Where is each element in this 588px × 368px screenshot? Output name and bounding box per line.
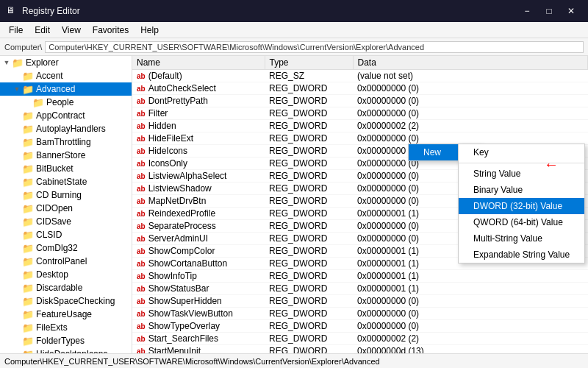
folder-icon: 📁 bbox=[22, 163, 34, 174]
reg-name: ab ListviewAlphaSelect bbox=[132, 170, 265, 183]
col-data[interactable]: Data bbox=[353, 56, 588, 70]
sub-binary-value[interactable]: Binary Value bbox=[459, 182, 584, 198]
sub-dword-value[interactable]: DWORD (32-bit) Value bbox=[459, 198, 584, 214]
table-row[interactable]: ab ShowInfoTip REG_DWORD 0x00000001 (1) bbox=[132, 270, 588, 283]
table-row[interactable]: ab AutoCheckSelect REG_DWORD 0x00000000 … bbox=[132, 82, 588, 95]
col-type[interactable]: Type bbox=[265, 56, 353, 70]
reg-name: ab HideFileExt bbox=[132, 132, 265, 145]
reg-data: 0x00000000 (0) bbox=[353, 308, 588, 320]
tree-label: Advanced bbox=[36, 84, 75, 94]
close-button[interactable]: ✕ bbox=[560, 0, 582, 22]
table-row[interactable]: ab DontPrettyPath REG_DWORD 0x00000000 (… bbox=[132, 95, 588, 107]
tree-item-autoplayhandlers[interactable]: 📁 AutoplayHandlers bbox=[0, 122, 132, 135]
tree-item-people[interactable]: 📁 People bbox=[0, 96, 132, 109]
tree-item-cdburning[interactable]: 📁 CD Burning bbox=[0, 188, 132, 202]
tree-item-accent[interactable]: 📁 Accent bbox=[0, 69, 132, 82]
tree-item-bannerstore[interactable]: 📁 BannerStore bbox=[0, 149, 132, 162]
reg-type: REG_DWORD bbox=[265, 208, 353, 220]
name-label: ListviewAlphaSelect bbox=[148, 171, 227, 181]
tree-item-cabinetstate[interactable]: 📁 CabinetState bbox=[0, 175, 132, 188]
reg-name: ab AutoCheckSelect bbox=[132, 82, 265, 95]
tree-item-desktop[interactable]: 📁 Desktop bbox=[0, 268, 132, 281]
tree-item-fileexts[interactable]: 📁 FileExts bbox=[0, 321, 132, 334]
reg-icon: ab bbox=[137, 122, 146, 130]
tree-item-bitbucket[interactable]: 📁 BitBucket bbox=[0, 162, 132, 175]
window-controls: − □ ✕ bbox=[516, 0, 582, 22]
menu-edit[interactable]: Edit bbox=[29, 22, 56, 38]
reg-icon: ab bbox=[137, 260, 146, 268]
tree-label: Explorer bbox=[26, 57, 59, 68]
reg-data: 0x0000000d (13) bbox=[353, 345, 588, 354]
table-row[interactable]: ab Start_SearchFiles REG_DWORD 0x0000000… bbox=[132, 333, 588, 345]
reg-type: REG_DWORD bbox=[265, 245, 353, 258]
table-row[interactable]: ab Filter REG_DWORD 0x00000000 (0) bbox=[132, 107, 588, 120]
table-row[interactable]: ab Hidden REG_DWORD 0x00000002 (2) bbox=[132, 120, 588, 132]
name-label: ListviewShadow bbox=[148, 183, 212, 194]
tree-label: CabinetState bbox=[36, 177, 87, 187]
tree-item-explorer[interactable]: ▼ 📁 Explorer bbox=[0, 56, 132, 69]
table-row[interactable]: ab ShowSuperHidden REG_DWORD 0x00000000 … bbox=[132, 295, 588, 308]
menu-view[interactable]: View bbox=[56, 22, 87, 38]
tree-item-advanced[interactable]: ▼ 📁 Advanced bbox=[0, 82, 132, 96]
tree-label: ComDlg32 bbox=[36, 243, 78, 253]
reg-data: 0x00000002 (2) bbox=[353, 333, 588, 345]
reg-icon: ab bbox=[137, 310, 146, 318]
tree-item-bamthrottling[interactable]: 📁 BamThrottling bbox=[0, 135, 132, 149]
tree-item-controlpanel[interactable]: 📁 ControlPanel bbox=[0, 255, 132, 268]
table-row[interactable]: ab ShowStatusBar REG_DWORD 0x00000001 (1… bbox=[132, 283, 588, 295]
reg-name: ab ShowSuperHidden bbox=[132, 295, 265, 308]
sub-multi-string[interactable]: Multi-String Value bbox=[459, 230, 584, 247]
reg-type: REG_DWORD bbox=[265, 145, 353, 158]
tree-label: AppContract bbox=[36, 110, 85, 121]
tree-label: ControlPanel bbox=[36, 256, 87, 266]
reg-name: ab ShowStatusBar bbox=[132, 283, 265, 295]
arrow-icon: ← bbox=[544, 156, 559, 173]
tree-item-discardable[interactable]: 📁 Discardable bbox=[0, 281, 132, 294]
tree-item-featureusage[interactable]: 📁 FeatureUsage bbox=[0, 308, 132, 321]
menu-favorites[interactable]: Favorites bbox=[87, 22, 135, 38]
table-row[interactable]: ab HideFileExt REG_DWORD 0x00000000 (0) bbox=[132, 132, 588, 145]
sub-qword-value[interactable]: QWORD (64-bit) Value bbox=[459, 214, 584, 230]
tree-label: Accent bbox=[36, 71, 63, 81]
tree-item-foldertypes[interactable]: 📁 FolderTypes bbox=[0, 334, 132, 347]
reg-data: 0x00000001 (1) bbox=[353, 270, 588, 283]
submenu-separator bbox=[459, 163, 584, 163]
submenu: Key String Value Binary Value DWORD (32-… bbox=[458, 144, 585, 263]
reg-name: ab ServerAdminUI bbox=[132, 233, 265, 245]
tree-item-cidsave[interactable]: 📁 CIDSave bbox=[0, 215, 132, 228]
tree-item-appcontract[interactable]: 📁 AppContract bbox=[0, 109, 132, 122]
reg-icon: ab bbox=[137, 110, 146, 118]
reg-icon: ab bbox=[137, 197, 146, 205]
tree-item-comdlg32[interactable]: 📁 ComDlg32 bbox=[0, 241, 132, 255]
address-path[interactable]: Computer\HKEY_CURRENT_USER\SOFTWARE\Micr… bbox=[45, 41, 584, 53]
col-name[interactable]: Name bbox=[132, 56, 265, 70]
reg-type: REG_DWORD bbox=[265, 320, 353, 333]
folder-icon: 📁 bbox=[22, 190, 34, 201]
menu-help[interactable]: Help bbox=[135, 22, 165, 38]
menu-file[interactable]: File bbox=[3, 22, 29, 38]
tree-label: BannerStore bbox=[36, 150, 85, 160]
maximize-button[interactable]: □ bbox=[538, 0, 560, 22]
reg-type: REG_DWORD bbox=[265, 333, 353, 345]
folder-icon: 📁 bbox=[22, 283, 34, 294]
reg-data: 0x00000000 (0) bbox=[353, 132, 588, 145]
table-row[interactable]: ab (Default) REG_SZ (value not set) bbox=[132, 70, 588, 82]
reg-type: REG_DWORD bbox=[265, 195, 353, 208]
table-row[interactable]: ab StartMenuInit REG_DWORD 0x0000000d (1… bbox=[132, 345, 588, 354]
sub-expandable-string[interactable]: Expandable String Value bbox=[459, 247, 584, 263]
reg-name: ab (Default) bbox=[132, 70, 265, 82]
sub-string-value[interactable]: String Value bbox=[459, 166, 584, 182]
table-row[interactable]: ab ShowTaskViewButton REG_DWORD 0x000000… bbox=[132, 308, 588, 320]
name-label: ReindexedProfile bbox=[148, 208, 215, 219]
tree-item-cidopen[interactable]: 📁 CIDOpen bbox=[0, 202, 132, 215]
sub-key[interactable]: Key bbox=[459, 144, 584, 160]
minimize-button[interactable]: − bbox=[516, 0, 538, 22]
name-label: ShowStatusBar bbox=[148, 283, 209, 294]
reg-name: ab ShowCompColor bbox=[132, 245, 265, 258]
tree-item-diskspacechecking[interactable]: 📁 DiskSpaceChecking bbox=[0, 294, 132, 308]
tree-item-clsid[interactable]: 📁 CLSID bbox=[0, 228, 132, 241]
reg-name: ab ShowCortanaButton bbox=[132, 258, 265, 270]
tree-panel: ▼ 📁 Explorer 📁 Accent ▼ 📁 Advanced 📁 Peo… bbox=[0, 56, 132, 353]
table-row[interactable]: ab ShowTypeOverlay REG_DWORD 0x00000000 … bbox=[132, 320, 588, 333]
tree-item-hidedesktopicons[interactable]: 📁 HideDesktopIcons bbox=[0, 347, 132, 353]
